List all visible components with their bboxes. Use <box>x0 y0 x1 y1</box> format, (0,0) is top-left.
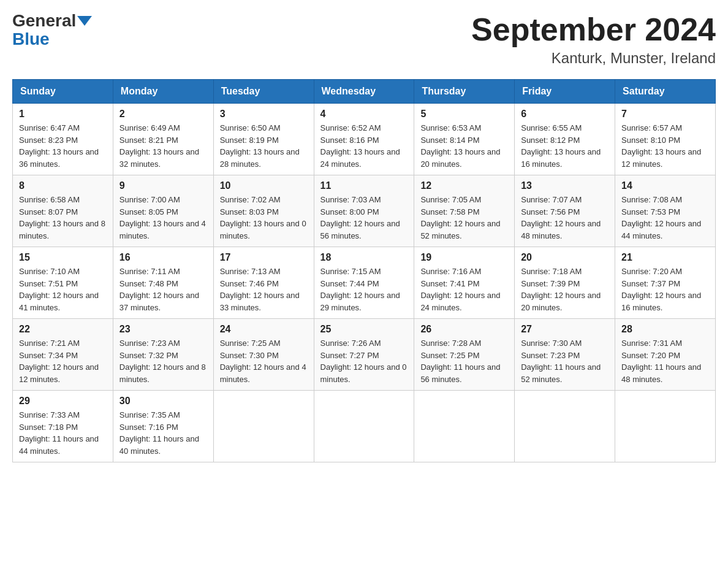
day-number: 27 <box>521 324 609 335</box>
day-info: Sunrise: 7:26 AMSunset: 7:27 PMDaylight:… <box>320 337 408 385</box>
col-thursday: Thursday <box>414 80 515 104</box>
day-info: Sunrise: 7:15 AMSunset: 7:44 PMDaylight:… <box>320 266 408 313</box>
logo-triangle-icon <box>77 16 92 26</box>
calendar-week-row: 8Sunrise: 6:58 AMSunset: 8:07 PMDaylight… <box>13 175 716 247</box>
table-row: 14Sunrise: 7:08 AMSunset: 7:53 PMDayligh… <box>615 175 716 247</box>
table-row: 10Sunrise: 7:02 AMSunset: 8:03 PMDayligh… <box>213 175 314 247</box>
table-row <box>213 391 314 462</box>
day-info: Sunrise: 7:23 AMSunset: 7:32 PMDaylight:… <box>119 337 207 385</box>
table-row: 21Sunrise: 7:20 AMSunset: 7:37 PMDayligh… <box>615 247 716 319</box>
table-row: 13Sunrise: 7:07 AMSunset: 7:56 PMDayligh… <box>515 175 615 247</box>
day-info: Sunrise: 7:31 AMSunset: 7:20 PMDaylight:… <box>621 337 709 385</box>
calendar-table: Sunday Monday Tuesday Wednesday Thursday… <box>12 79 716 462</box>
table-row: 16Sunrise: 7:11 AMSunset: 7:48 PMDayligh… <box>113 247 213 319</box>
day-info: Sunrise: 7:02 AMSunset: 8:03 PMDaylight:… <box>220 194 308 242</box>
day-info: Sunrise: 7:11 AMSunset: 7:48 PMDaylight:… <box>119 266 207 313</box>
table-row <box>515 391 615 462</box>
day-number: 25 <box>320 324 408 335</box>
table-row: 6Sunrise: 6:55 AMSunset: 8:12 PMDaylight… <box>515 104 615 175</box>
day-number: 2 <box>119 109 207 120</box>
table-row: 4Sunrise: 6:52 AMSunset: 8:16 PMDaylight… <box>314 104 414 175</box>
day-info: Sunrise: 7:00 AMSunset: 8:05 PMDaylight:… <box>119 194 207 242</box>
calendar-week-row: 15Sunrise: 7:10 AMSunset: 7:51 PMDayligh… <box>13 247 716 319</box>
calendar-week-row: 29Sunrise: 7:33 AMSunset: 7:18 PMDayligh… <box>13 391 716 462</box>
table-row: 25Sunrise: 7:26 AMSunset: 7:27 PMDayligh… <box>314 319 414 391</box>
day-info: Sunrise: 7:28 AMSunset: 7:25 PMDaylight:… <box>420 337 508 385</box>
day-number: 30 <box>119 396 207 407</box>
col-tuesday: Tuesday <box>213 80 314 104</box>
table-row <box>314 391 414 462</box>
table-row: 9Sunrise: 7:00 AMSunset: 8:05 PMDaylight… <box>113 175 213 247</box>
day-number: 15 <box>19 252 107 263</box>
day-info: Sunrise: 7:07 AMSunset: 7:56 PMDaylight:… <box>521 194 609 242</box>
table-row <box>414 391 515 462</box>
day-number: 3 <box>220 109 308 120</box>
day-number: 4 <box>320 109 408 120</box>
day-info: Sunrise: 7:33 AMSunset: 7:18 PMDaylight:… <box>19 409 107 457</box>
day-info: Sunrise: 7:03 AMSunset: 8:00 PMDaylight:… <box>320 194 408 242</box>
calendar-subtitle: Kanturk, Munster, Ireland <box>471 50 716 67</box>
day-info: Sunrise: 6:58 AMSunset: 8:07 PMDaylight:… <box>19 194 107 242</box>
day-number: 17 <box>220 252 308 263</box>
day-number: 8 <box>19 180 107 191</box>
day-info: Sunrise: 7:16 AMSunset: 7:41 PMDaylight:… <box>420 266 508 313</box>
day-info: Sunrise: 7:20 AMSunset: 7:37 PMDaylight:… <box>621 266 709 313</box>
logo-blue-text: Blue <box>12 29 50 48</box>
table-row: 7Sunrise: 6:57 AMSunset: 8:10 PMDaylight… <box>615 104 716 175</box>
day-number: 7 <box>621 109 709 120</box>
day-info: Sunrise: 7:25 AMSunset: 7:30 PMDaylight:… <box>220 337 308 385</box>
calendar-week-row: 1Sunrise: 6:47 AMSunset: 8:23 PMDaylight… <box>13 104 716 175</box>
table-row: 15Sunrise: 7:10 AMSunset: 7:51 PMDayligh… <box>13 247 113 319</box>
day-number: 23 <box>119 324 207 335</box>
day-number: 6 <box>521 109 609 120</box>
day-number: 19 <box>420 252 508 263</box>
page-header: General Blue September 2024 Kanturk, Mun… <box>12 12 716 67</box>
day-number: 16 <box>119 252 207 263</box>
table-row: 22Sunrise: 7:21 AMSunset: 7:34 PMDayligh… <box>13 319 113 391</box>
table-row: 1Sunrise: 6:47 AMSunset: 8:23 PMDaylight… <box>13 104 113 175</box>
day-info: Sunrise: 7:30 AMSunset: 7:23 PMDaylight:… <box>521 337 609 385</box>
logo-general-text: General <box>12 12 76 29</box>
day-number: 12 <box>420 180 508 191</box>
day-info: Sunrise: 7:21 AMSunset: 7:34 PMDaylight:… <box>19 337 107 385</box>
day-number: 18 <box>320 252 408 263</box>
day-number: 11 <box>320 180 408 191</box>
table-row: 12Sunrise: 7:05 AMSunset: 7:58 PMDayligh… <box>414 175 515 247</box>
col-monday: Monday <box>113 80 213 104</box>
day-info: Sunrise: 6:57 AMSunset: 8:10 PMDaylight:… <box>621 122 709 170</box>
table-row: 18Sunrise: 7:15 AMSunset: 7:44 PMDayligh… <box>314 247 414 319</box>
calendar-header-row: Sunday Monday Tuesday Wednesday Thursday… <box>13 80 716 104</box>
col-saturday: Saturday <box>615 80 716 104</box>
day-number: 13 <box>521 180 609 191</box>
table-row: 30Sunrise: 7:35 AMSunset: 7:16 PMDayligh… <box>113 391 213 462</box>
table-row: 8Sunrise: 6:58 AMSunset: 8:07 PMDaylight… <box>13 175 113 247</box>
day-number: 1 <box>19 109 107 120</box>
day-info: Sunrise: 7:13 AMSunset: 7:46 PMDaylight:… <box>220 266 308 313</box>
calendar-week-row: 22Sunrise: 7:21 AMSunset: 7:34 PMDayligh… <box>13 319 716 391</box>
day-number: 26 <box>420 324 508 335</box>
table-row: 2Sunrise: 6:49 AMSunset: 8:21 PMDaylight… <box>113 104 213 175</box>
day-number: 21 <box>621 252 709 263</box>
logo: General Blue <box>12 12 92 49</box>
day-info: Sunrise: 6:50 AMSunset: 8:19 PMDaylight:… <box>220 122 308 170</box>
day-info: Sunrise: 7:18 AMSunset: 7:39 PMDaylight:… <box>521 266 609 313</box>
day-number: 14 <box>621 180 709 191</box>
day-number: 9 <box>119 180 207 191</box>
day-info: Sunrise: 7:05 AMSunset: 7:58 PMDaylight:… <box>420 194 508 242</box>
day-info: Sunrise: 7:35 AMSunset: 7:16 PMDaylight:… <box>119 409 207 457</box>
col-wednesday: Wednesday <box>314 80 414 104</box>
col-sunday: Sunday <box>13 80 113 104</box>
table-row: 17Sunrise: 7:13 AMSunset: 7:46 PMDayligh… <box>213 247 314 319</box>
table-row: 27Sunrise: 7:30 AMSunset: 7:23 PMDayligh… <box>515 319 615 391</box>
day-info: Sunrise: 7:10 AMSunset: 7:51 PMDaylight:… <box>19 266 107 313</box>
table-row: 19Sunrise: 7:16 AMSunset: 7:41 PMDayligh… <box>414 247 515 319</box>
table-row: 5Sunrise: 6:53 AMSunset: 8:14 PMDaylight… <box>414 104 515 175</box>
day-number: 22 <box>19 324 107 335</box>
day-number: 24 <box>220 324 308 335</box>
table-row: 29Sunrise: 7:33 AMSunset: 7:18 PMDayligh… <box>13 391 113 462</box>
table-row: 28Sunrise: 7:31 AMSunset: 7:20 PMDayligh… <box>615 319 716 391</box>
day-info: Sunrise: 6:55 AMSunset: 8:12 PMDaylight:… <box>521 122 609 170</box>
day-number: 20 <box>521 252 609 263</box>
day-info: Sunrise: 6:53 AMSunset: 8:14 PMDaylight:… <box>420 122 508 170</box>
table-row <box>615 391 716 462</box>
